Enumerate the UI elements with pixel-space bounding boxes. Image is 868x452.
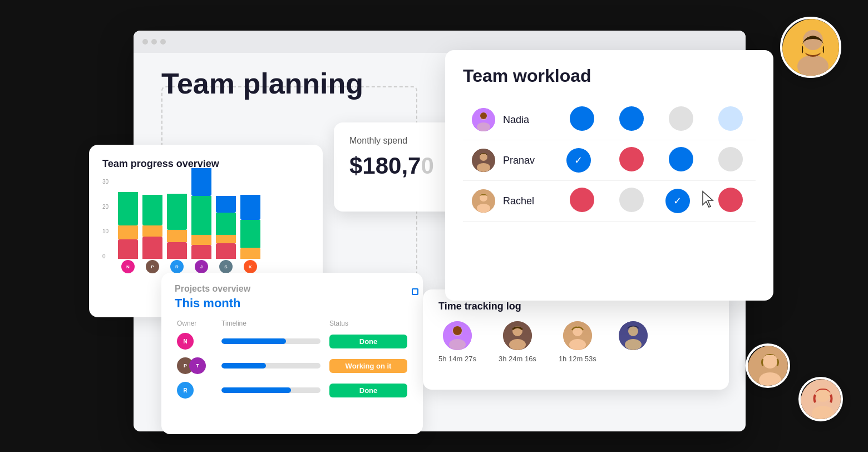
time-person-3: 1h 12m 53s [559, 321, 596, 363]
svg-point-16 [509, 339, 526, 350]
project-row-3: R Done [175, 382, 410, 399]
y-label-0: 0 [102, 253, 108, 259]
col-status: Status [329, 320, 407, 327]
time-person-2: 3h 24m 16s [499, 321, 536, 363]
svg-point-25 [797, 55, 828, 77]
avatar-pranav [472, 149, 495, 172]
selection-handle-br [412, 288, 418, 295]
svg-point-6 [477, 163, 490, 172]
project-row-1: N Done [175, 333, 410, 350]
svg-point-19 [569, 339, 586, 350]
time-avatar-3 [563, 321, 592, 350]
bar-2: P [142, 195, 162, 273]
workload-table: Nadia [463, 100, 756, 222]
bar-avatar-2: P [146, 260, 159, 273]
avatar-nadia [472, 108, 495, 131]
dot-rachel-4[interactable] [718, 188, 743, 212]
time-title: Time tracking log [438, 301, 713, 312]
workload-title: Team workload [463, 66, 756, 86]
status-done-2: Done [329, 384, 407, 397]
workload-row-pranav: Pranav ✓ [463, 140, 756, 181]
svg-point-13 [453, 326, 462, 335]
projects-table-header: Owner Timeline Status [175, 320, 410, 327]
time-value-3: 1h 12m 53s [559, 355, 596, 363]
svg-point-9 [477, 204, 490, 213]
time-avatar-4 [619, 321, 648, 350]
bar-avatar-4: J [195, 260, 208, 273]
person-cell-rachel: Rachel [472, 189, 549, 213]
time-value-2: 3h 24m 16s [499, 355, 536, 363]
project-avatar-2b: T [189, 357, 206, 374]
time-card: Time tracking log 5h 14m 27s [423, 289, 729, 390]
floating-avatar-bottom-right-2 [798, 377, 843, 421]
cursor-arrow [702, 190, 717, 212]
person-cell-pranav: Pranav [472, 149, 549, 172]
svg-point-27 [763, 354, 777, 369]
time-avatar-2 [503, 321, 532, 350]
time-value-1: 5h 14m 27s [438, 355, 476, 363]
person-cell-nadia: Nadia [472, 108, 549, 131]
window-dot-1 [142, 39, 148, 45]
svg-point-31 [812, 406, 834, 421]
dot-pranav-3[interactable] [669, 147, 693, 171]
window-dot-3 [160, 39, 166, 45]
y-label-10: 10 [102, 228, 108, 234]
dot-nadia-1[interactable] [570, 106, 594, 131]
bar-avatar-5: S [219, 260, 233, 273]
workload-card: Team workload Nadia [445, 50, 773, 301]
person-name-pranav: Pranav [503, 155, 535, 166]
y-label-30: 30 [102, 179, 108, 185]
bar-3: R [167, 194, 187, 273]
project-avatar-1: N [177, 333, 194, 350]
dot-rachel-1[interactable] [570, 188, 594, 212]
time-person-4 [619, 321, 648, 350]
this-month-label: This month [175, 296, 410, 311]
time-person-1: 5h 14m 27s [438, 321, 476, 363]
avatar-rachel [472, 189, 495, 213]
svg-point-3 [480, 112, 487, 119]
col-owner: Owner [177, 320, 221, 327]
workload-row-rachel: Rachel ✓ [463, 181, 756, 222]
svg-point-12 [449, 339, 466, 350]
bar-avatar-3: R [170, 260, 184, 273]
time-avatar-1 [443, 321, 472, 350]
dot-pranav-1[interactable]: ✓ [566, 148, 591, 173]
svg-point-21 [628, 326, 638, 336]
dot-pranav-2[interactable] [619, 147, 644, 171]
bar-avatar-6: K [244, 260, 257, 273]
bar-5: S [216, 196, 236, 273]
projects-header: Projects overview [175, 284, 410, 294]
project-row-2: P T Working on it [175, 357, 410, 374]
col-timeline: Timeline [221, 320, 329, 327]
status-working-1: Working on it [329, 359, 407, 373]
y-label-20: 20 [102, 204, 108, 210]
dot-rachel-2[interactable] [619, 188, 644, 212]
time-persons: 5h 14m 27s 3h 24m 16s [438, 321, 713, 363]
floating-avatar-bottom-right-1 [746, 343, 790, 388]
dot-nadia-2[interactable] [619, 106, 644, 131]
svg-point-2 [477, 122, 490, 131]
dot-pranav-4[interactable] [718, 147, 743, 171]
project-avatar-3: R [177, 382, 194, 399]
workload-row-nadia: Nadia [463, 100, 756, 140]
bar-1: N [118, 192, 138, 273]
bar-avatar-1: N [121, 260, 135, 273]
person-name-rachel: Rachel [503, 195, 534, 207]
window-dot-2 [151, 39, 157, 45]
dot-nadia-3[interactable] [669, 106, 693, 131]
bar-4: J [191, 168, 211, 273]
status-done-1: Done [329, 335, 407, 348]
person-name-nadia: Nadia [503, 114, 529, 126]
dot-nadia-4[interactable] [718, 106, 743, 131]
svg-point-28 [759, 372, 781, 388]
projects-card: Projects overview This month Owner Timel… [161, 273, 423, 434]
dot-rachel-3[interactable]: ✓ [665, 189, 690, 213]
floating-avatar-top-right [780, 17, 841, 78]
bar-6: K [240, 195, 260, 273]
browser-titlebar [134, 31, 746, 53]
svg-point-22 [625, 339, 642, 350]
page-title: Team planning [161, 67, 363, 100]
